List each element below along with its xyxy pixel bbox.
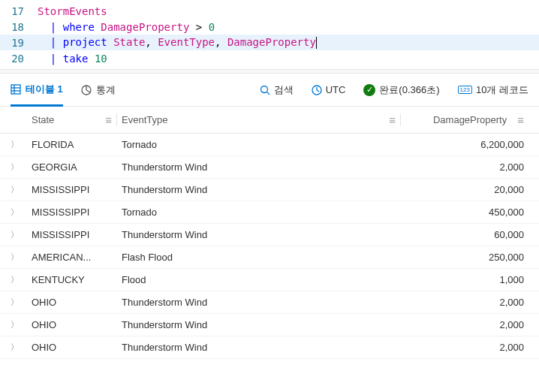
svg-line-6 bbox=[86, 90, 90, 92]
svg-point-7 bbox=[260, 86, 267, 92]
expand-icon[interactable]: 〉 bbox=[11, 229, 27, 240]
table-row[interactable]: 〉MISSISSIPPITornado450,000 bbox=[0, 201, 539, 224]
expand-icon[interactable]: 〉 bbox=[11, 342, 27, 353]
cell-eventtype: Thunderstorm Wind bbox=[117, 319, 401, 330]
expand-icon[interactable]: 〉 bbox=[11, 184, 27, 195]
records-label: 10개 레코드 bbox=[476, 83, 528, 97]
expand-icon[interactable]: 〉 bbox=[11, 274, 27, 285]
line-number: 17 bbox=[0, 5, 38, 17]
stats-icon bbox=[81, 85, 92, 95]
status-label: 완료(0.366초) bbox=[379, 83, 439, 97]
table-row[interactable]: 〉OHIOThunderstorm Wind2,000 bbox=[0, 336, 539, 359]
column-menu-icon[interactable]: ≡ bbox=[105, 113, 112, 126]
tab-table-label: 테이블 1 bbox=[26, 83, 63, 96]
utc-button[interactable]: UTC bbox=[312, 84, 346, 95]
cell-damageproperty: 250,000 bbox=[401, 252, 528, 263]
table-row[interactable]: 〉MISSISSIPPIThunderstorm Wind20,000 bbox=[0, 179, 539, 201]
clock-icon bbox=[312, 85, 322, 95]
column-menu-icon[interactable]: ≡ bbox=[517, 113, 524, 126]
cell-state: FLORIDA bbox=[27, 139, 117, 150]
code-line[interactable]: 20 | take 10 bbox=[0, 50, 539, 66]
line-number: 19 bbox=[0, 37, 38, 49]
cell-eventtype: Flood bbox=[117, 274, 401, 285]
check-icon: ✓ bbox=[363, 84, 375, 96]
table-row[interactable]: 〉KENTUCKYFlood1,000 bbox=[0, 269, 539, 291]
column-damageproperty[interactable]: DamageProperty ≡ bbox=[401, 113, 528, 126]
cell-damageproperty: 20,000 bbox=[401, 184, 528, 195]
line-number: 20 bbox=[0, 53, 38, 65]
cell-damageproperty: 6,200,000 bbox=[401, 139, 528, 150]
expand-icon[interactable]: 〉 bbox=[11, 161, 27, 173]
cell-damageproperty: 60,000 bbox=[401, 229, 528, 240]
cell-eventtype: Thunderstorm Wind bbox=[117, 161, 401, 173]
column-event-label: EventType bbox=[122, 114, 167, 125]
code-line[interactable]: 19 | project State, EventType, DamagePro… bbox=[0, 35, 539, 50]
table-header: State ≡ EventType ≡ DamageProperty ≡ bbox=[0, 107, 539, 134]
cell-eventtype: Thunderstorm Wind bbox=[117, 342, 401, 353]
cell-damageproperty: 1,000 bbox=[401, 274, 528, 285]
cell-state: MISSISSIPPI bbox=[27, 229, 117, 240]
code-line[interactable]: 18 | where DamageProperty > 0 bbox=[0, 19, 539, 35]
expand-icon[interactable]: 〉 bbox=[11, 139, 27, 150]
tab-table[interactable]: 테이블 1 bbox=[11, 74, 63, 107]
expand-icon[interactable]: 〉 bbox=[11, 207, 27, 218]
cell-damageproperty: 2,000 bbox=[401, 161, 528, 173]
cell-eventtype: Flash Flood bbox=[117, 252, 401, 263]
cell-damageproperty: 450,000 bbox=[401, 207, 528, 218]
code-line[interactable]: 17StormEvents bbox=[0, 3, 539, 19]
table-row[interactable]: 〉OHIOThunderstorm Wind2,000 bbox=[0, 291, 539, 314]
cell-eventtype: Tornado bbox=[117, 207, 401, 218]
table-row[interactable]: 〉GEORGIAThunderstorm Wind2,000 bbox=[0, 156, 539, 179]
cell-eventtype: Thunderstorm Wind bbox=[117, 297, 401, 308]
table-icon bbox=[11, 84, 21, 95]
code-editor[interactable]: 17StormEvents18 | where DamageProperty >… bbox=[0, 0, 539, 69]
cell-state: GEORGIA bbox=[27, 161, 117, 173]
cell-state: MISSISSIPPI bbox=[27, 207, 117, 218]
expand-icon[interactable]: 〉 bbox=[11, 319, 27, 330]
svg-rect-0 bbox=[11, 85, 20, 94]
cell-state: AMERICAN... bbox=[27, 252, 117, 263]
code-content: | take 10 bbox=[38, 53, 107, 65]
expand-icon[interactable]: 〉 bbox=[11, 252, 27, 263]
cell-damageproperty: 2,000 bbox=[401, 297, 528, 308]
svg-line-11 bbox=[317, 90, 319, 92]
results-table: State ≡ EventType ≡ DamageProperty ≡ 〉FL… bbox=[0, 107, 539, 359]
cell-state: OHIO bbox=[27, 319, 117, 330]
cell-state: OHIO bbox=[27, 297, 117, 308]
code-content: | project State, EventType, DamageProper… bbox=[38, 36, 317, 49]
svg-line-8 bbox=[266, 92, 270, 95]
status-indicator: ✓ 완료(0.366초) bbox=[363, 83, 439, 97]
table-row[interactable]: 〉AMERICAN...Flash Flood250,000 bbox=[0, 246, 539, 269]
column-damage-label: DamageProperty bbox=[433, 114, 507, 125]
utc-label: UTC bbox=[326, 84, 346, 95]
cell-damageproperty: 2,000 bbox=[401, 319, 528, 330]
line-number: 18 bbox=[0, 21, 38, 33]
cell-state: OHIO bbox=[27, 342, 117, 353]
cell-eventtype: Tornado bbox=[117, 139, 401, 150]
records-icon: 123 bbox=[458, 86, 472, 94]
tab-stats[interactable]: 통계 bbox=[81, 74, 116, 106]
table-row[interactable]: 〉OHIOThunderstorm Wind2,000 bbox=[0, 314, 539, 336]
code-content: StormEvents bbox=[38, 5, 107, 17]
code-content: | where DamageProperty > 0 bbox=[38, 21, 215, 33]
search-icon bbox=[260, 85, 270, 95]
column-state[interactable]: State ≡ bbox=[27, 113, 117, 126]
cell-state: MISSISSIPPI bbox=[27, 184, 117, 195]
records-count[interactable]: 123 10개 레코드 bbox=[458, 83, 528, 97]
cell-damageproperty: 2,000 bbox=[401, 342, 528, 353]
search-label: 검색 bbox=[274, 83, 294, 97]
results-toolbar: 테이블 1 통계 검색 UTC ✓ 완료(0.366초) 123 10개 레코드 bbox=[0, 74, 539, 107]
cell-eventtype: Thunderstorm Wind bbox=[117, 229, 401, 240]
search-button[interactable]: 검색 bbox=[260, 83, 294, 97]
expand-icon[interactable]: 〉 bbox=[11, 297, 27, 308]
table-row[interactable]: 〉FLORIDATornado6,200,000 bbox=[0, 134, 539, 156]
cell-state: KENTUCKY bbox=[27, 274, 117, 285]
tab-stats-label: 통계 bbox=[96, 83, 116, 97]
column-state-label: State bbox=[32, 114, 54, 125]
cell-eventtype: Thunderstorm Wind bbox=[117, 184, 401, 195]
column-eventtype[interactable]: EventType ≡ bbox=[117, 113, 401, 126]
table-row[interactable]: 〉MISSISSIPPIThunderstorm Wind60,000 bbox=[0, 224, 539, 246]
column-menu-icon[interactable]: ≡ bbox=[389, 113, 396, 126]
